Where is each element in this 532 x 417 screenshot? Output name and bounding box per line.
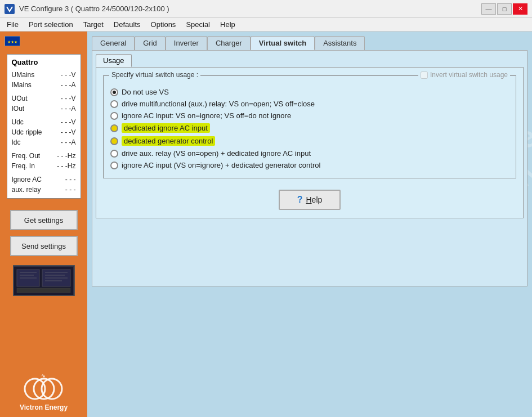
victron-logo: ∿ [24, 371, 63, 403]
main-panel: Usage Specify virtual switch usage : Inv… [92, 50, 527, 286]
radio-do-not-use[interactable] [110, 88, 118, 96]
help-btn-area: ? Help [103, 190, 516, 210]
minimize-button[interactable]: — [481, 3, 496, 15]
udc-label: Udc [12, 117, 24, 127]
radio-dedicated-generator[interactable] [110, 137, 118, 145]
main-layout: ★★★ Quattro UMains - - -V IMains - - -A … [0, 32, 532, 417]
tab-grid[interactable]: Grid [135, 36, 166, 50]
option-drive-multifunctional: drive multifunctional (aux.) relay: VS o… [110, 98, 509, 110]
get-settings-button[interactable]: Get settings [10, 210, 78, 230]
option-ignore-ac-gen: ignore AC input (VS on=ignore) + dedicat… [110, 159, 509, 171]
freq-in-value: - - -Hz [57, 161, 75, 171]
group-box-title: Specify virtual switch usage : [109, 71, 200, 79]
freq-in-label: Freq. In [12, 161, 35, 171]
window-controls: — □ ✕ [481, 3, 527, 15]
maximize-button[interactable]: □ [497, 3, 512, 15]
device-row: Freq. In - - -Hz [12, 161, 76, 171]
udc-ripple-label: Udc ripple [12, 127, 42, 137]
ignore-ac-label: Ignore AC [12, 174, 42, 185]
help-question-mark: ? [297, 195, 303, 205]
device-row: Udc ripple - - -V [12, 127, 76, 137]
tab-general[interactable]: General [92, 36, 135, 50]
invert-checkbox[interactable] [421, 71, 428, 79]
uout-value: - - -V [61, 93, 76, 104]
uout-label: UOut [12, 93, 28, 104]
freq-out-value: - - -Hz [57, 151, 75, 161]
send-settings-button[interactable]: Send settings [10, 236, 78, 256]
option-ignore-ac-label[interactable]: ignore AC input: VS on=ignore; VS off=do… [122, 111, 291, 120]
option-drive-multifunctional-label[interactable]: drive multifunctional (aux.) relay: VS o… [122, 100, 315, 108]
logo-text: Victron Energy [20, 403, 68, 411]
umains-label: UMains [12, 70, 35, 80]
umains-value: - - -V [61, 70, 76, 80]
menu-help[interactable]: Help [216, 19, 240, 30]
option-drive-aux-relay: drive aux. relay (VS on=open) + dedicate… [110, 147, 509, 159]
aux-relay-value: - - - [65, 185, 76, 195]
option-dedicated-ignore-ac: dedicated ignore AC input [110, 122, 509, 134]
help-button[interactable]: ? Help [279, 190, 341, 210]
invert-label: Invert virtual switch usage [430, 71, 508, 79]
app-icon [5, 4, 15, 14]
option-ignore-ac-gen-label[interactable]: ignore AC input (VS on=ignore) + dedicat… [122, 161, 320, 169]
menu-file[interactable]: File [2, 19, 23, 30]
option-dedicated-generator: dedicated generator control [110, 134, 509, 147]
idc-label: Idc [12, 137, 21, 147]
tab-virtual-switch[interactable]: Virtual switch [251, 36, 315, 50]
menu-bar: File Port selection Target Defaults Opti… [0, 18, 532, 32]
menu-port-selection[interactable]: Port selection [24, 19, 78, 30]
device-row: UMains - - -V [12, 70, 76, 80]
tab-charger[interactable]: Charger [207, 36, 251, 50]
menu-special[interactable]: Special [181, 19, 214, 30]
radio-drive-aux-relay[interactable] [110, 150, 118, 158]
device-panel: Quattro UMains - - -V IMains - - -A UOut… [7, 54, 81, 199]
tab-assistants[interactable]: Assistants [315, 36, 365, 50]
option-dedicated-generator-label[interactable]: dedicated generator control [122, 136, 215, 146]
radio-drive-multifunctional[interactable] [110, 100, 118, 108]
iout-value: - - -A [61, 104, 76, 114]
device-row: Udc - - -V [12, 117, 76, 127]
option-do-not-use: Do not use VS [110, 86, 509, 98]
option-do-not-use-label[interactable]: Do not use VS [122, 88, 169, 96]
ignore-ac-value: - - - [65, 174, 76, 185]
device-row: IOut - - -A [12, 104, 76, 114]
sub-tab-usage[interactable]: Usage [96, 54, 132, 67]
menu-target[interactable]: Target [79, 19, 108, 30]
udc-ripple-value: - - -V [61, 127, 76, 137]
group-box-vs-usage: Specify virtual switch usage : Invert vi… [103, 75, 516, 178]
tab-inverter[interactable]: Inverter [166, 36, 207, 50]
imains-value: - - -A [61, 80, 76, 90]
svg-text:★★★: ★★★ [7, 39, 17, 44]
menu-defaults[interactable]: Defaults [109, 19, 145, 30]
device-row: UOut - - -V [12, 93, 76, 104]
tabs-row: General Grid Inverter Charger Virtual sw… [92, 36, 527, 50]
device-row: IMains - - -A [12, 80, 76, 90]
device-row: Freq. Out - - -Hz [12, 151, 76, 161]
device-row: Ignore AC - - - [12, 174, 76, 185]
udc-value: - - -V [61, 117, 76, 127]
option-ignore-ac: ignore AC input: VS on=ignore; VS off=do… [110, 110, 509, 122]
content-box: Specify virtual switch usage : Invert vi… [96, 67, 524, 218]
sidebar-buttons: Get settings Send settings [10, 210, 78, 256]
radio-ignore-ac-gen[interactable] [110, 162, 118, 169]
logo-area: ∿ Victron Energy [20, 371, 68, 417]
idc-value: - - -A [61, 137, 76, 147]
sub-tabs: Usage [92, 51, 527, 67]
freq-out-label: Freq. Out [12, 151, 41, 161]
iout-label: IOut [12, 104, 25, 114]
content-area: onoffchargeronly General Grid Inverter C… [87, 32, 532, 417]
close-button[interactable]: ✕ [513, 3, 527, 15]
svg-rect-6 [17, 288, 70, 293]
help-label: Help [306, 195, 322, 204]
menu-options[interactable]: Options [146, 19, 181, 30]
svg-text:∿: ∿ [41, 373, 46, 379]
option-drive-aux-relay-label[interactable]: drive aux. relay (VS on=open) + dedicate… [122, 149, 311, 158]
device-title: Quattro [12, 58, 76, 66]
flag-icon: ★★★ [5, 36, 20, 46]
option-dedicated-ignore-ac-label[interactable]: dedicated ignore AC input [122, 123, 210, 133]
radio-ignore-ac[interactable] [110, 112, 118, 120]
sidebar: ★★★ Quattro UMains - - -V IMains - - -A … [0, 32, 87, 417]
invert-area: Invert virtual switch usage [418, 71, 510, 79]
radio-dedicated-ignore-ac[interactable] [110, 124, 118, 132]
aux-relay-label: aux. relay [12, 185, 41, 195]
window-title: VE Configure 3 ( Quattro 24/5000/120-2x1… [19, 5, 477, 13]
